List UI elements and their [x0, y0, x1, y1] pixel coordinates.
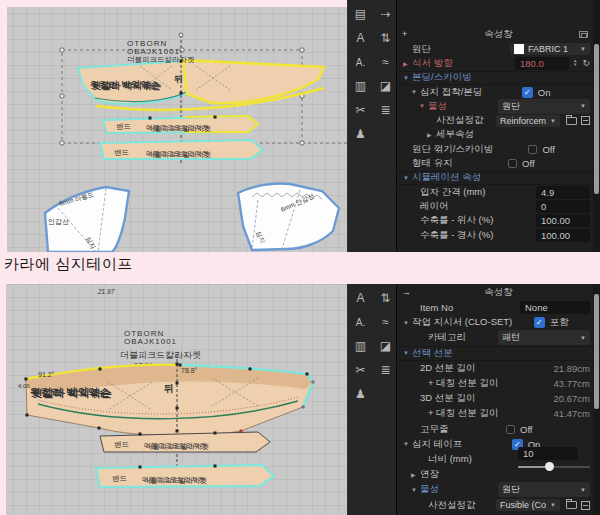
- stitch-spacing-icon[interactable]: ⇅: [373, 26, 398, 50]
- knife-icon[interactable]: ✂: [348, 98, 373, 122]
- skive-icon[interactable]: ◪: [373, 74, 398, 98]
- quilt-layers-icon[interactable]: ≣: [373, 358, 398, 382]
- checkbox-off[interactable]: [528, 145, 537, 154]
- skive-icon[interactable]: ◪: [373, 334, 398, 358]
- collar-label-overlap: 윗칼라 박외엮슨: [32, 387, 112, 399]
- garment-name-text: 더블피크드칼라자켓: [120, 350, 201, 360]
- panel-scrollbar[interactable]: [593, 284, 600, 515]
- caret-down-icon[interactable]: [403, 175, 412, 181]
- annotation-text-icon[interactable]: A.: [348, 50, 373, 74]
- dock-window-icon[interactable]: [579, 31, 588, 38]
- checkbox-label: Off: [542, 144, 555, 155]
- caret-right-icon[interactable]: [427, 131, 436, 138]
- row-label: 입자 간격 (mm): [420, 186, 485, 199]
- save-icon[interactable]: [581, 501, 590, 510]
- caret-down-icon[interactable]: [403, 320, 412, 326]
- caret-down-icon[interactable]: [419, 103, 428, 109]
- seam-allowance-icon[interactable]: ▥: [348, 334, 373, 358]
- checkbox-off[interactable]: [506, 425, 515, 434]
- row-category: 카테고리 패턴: [397, 330, 600, 345]
- annotation-strip: 카라에 심지테이프: [0, 252, 600, 284]
- layer-input[interactable]: 0: [536, 200, 590, 213]
- row-detail-properties: 세부속성: [397, 128, 600, 142]
- tape-width-slider[interactable]: [518, 462, 590, 472]
- particle-distance-input[interactable]: 4.9: [536, 186, 590, 199]
- row-label: Item No: [420, 302, 453, 313]
- row-label: 심지 접착/본딩: [420, 86, 482, 99]
- band-name-overlap: 더블피크드칼라자켓: [148, 151, 211, 159]
- row-label: 2D 선분 길이: [420, 362, 475, 375]
- row-shrink-warp: 수축률 - 경사 (%) 100.00: [397, 228, 600, 242]
- quilt-layers-icon[interactable]: ≣: [373, 98, 398, 122]
- sewing-direction-icon[interactable]: ⇢: [373, 2, 398, 26]
- checkbox-off[interactable]: [508, 159, 517, 168]
- shrink-weft-input[interactable]: 100.00: [536, 214, 590, 227]
- panel-scrollbar[interactable]: [593, 0, 600, 252]
- ruler-icon[interactable]: ▤: [348, 2, 373, 26]
- caret-down-icon[interactable]: [411, 487, 420, 493]
- row-label: 작업 지시서 (CLO-SET): [412, 316, 512, 329]
- canvas-margin: [0, 0, 7, 252]
- shirring-icon[interactable]: ≈: [373, 310, 398, 334]
- category-dropdown[interactable]: 패턴: [498, 330, 590, 345]
- grain-angle-input[interactable]: 180.0: [515, 57, 569, 70]
- tape-width-input[interactable]: 10: [518, 447, 578, 460]
- reset-icon[interactable]: [582, 58, 590, 68]
- float-length-text: 21.97: [97, 288, 115, 295]
- material-type-dropdown[interactable]: 원단: [498, 482, 590, 497]
- preset-dropdown[interactable]: Fusible (Commo: [496, 499, 560, 511]
- row-preset: 사전설정값 Fusible (Commo: [397, 497, 600, 512]
- shrink-warp-input[interactable]: 100.00: [536, 229, 590, 242]
- panel-title: 속성창: [484, 28, 513, 41]
- avatar-icon[interactable]: ♟: [348, 382, 373, 406]
- checkbox-on[interactable]: [522, 87, 533, 98]
- stitch-spacing-icon[interactable]: ⇅: [373, 286, 398, 310]
- fabric-dropdown[interactable]: FABRIC 1: [510, 43, 590, 55]
- row-label: 식서 방향: [412, 57, 453, 70]
- item-no-input[interactable]: None: [520, 301, 590, 314]
- open-folder-icon[interactable]: [566, 501, 577, 509]
- annotation-text-icon[interactable]: A.: [348, 310, 373, 334]
- row-label: 원단: [412, 43, 431, 56]
- shirring-icon[interactable]: ≈: [373, 50, 398, 74]
- text-tool-icon[interactable]: A: [348, 286, 373, 310]
- row-elastic: 고무줄 Off: [397, 422, 600, 437]
- pattern-canvas-top[interactable]: OTBORN OBAJK1001 더블피크드칼라자켓 윗칼라 박외엮슨 윗칼라 …: [0, 0, 347, 252]
- caret-down-icon[interactable]: [411, 89, 420, 95]
- knife-icon[interactable]: ✂: [348, 358, 373, 382]
- row-label: 사전설정값: [436, 114, 484, 127]
- section-label: 선택 선분: [412, 347, 453, 360]
- slider-knob[interactable]: [545, 462, 554, 471]
- stepper-icon[interactable]: [573, 59, 577, 67]
- avatar-icon[interactable]: ♟: [348, 122, 373, 146]
- material-type-dropdown[interactable]: 원단: [498, 99, 590, 114]
- dock-arrow-icon[interactable]: →: [402, 287, 411, 297]
- save-icon[interactable]: [581, 116, 590, 125]
- row-section-bonding: 본딩/스카이빙: [397, 71, 600, 85]
- text-tool-icon[interactable]: A: [348, 26, 373, 50]
- add-tab-icon[interactable]: +: [402, 29, 407, 39]
- checkbox-on[interactable]: [534, 317, 545, 328]
- back-label-text: 뒤: [164, 383, 174, 394]
- panel-header: + 속성창: [397, 26, 600, 42]
- row-label: 수축률 - 경사 (%): [420, 229, 493, 242]
- seam-allowance-icon[interactable]: ▥: [348, 74, 373, 98]
- preset-dropdown[interactable]: Reinforcement (: [496, 115, 560, 127]
- fabric-swatch: [514, 44, 524, 54]
- caret-down-icon[interactable]: [403, 350, 412, 356]
- open-folder-icon[interactable]: [566, 117, 577, 125]
- clo-pattern-app: OTBORN OBAJK1001 더블피크드칼라자켓 윗칼라 박외엮슨 윗칼라 …: [0, 0, 600, 515]
- pattern-canvas-bottom[interactable]: 21.97 OTBORN OBAJK1001 더블피크드칼라자켓 17.84: [0, 284, 347, 515]
- caret-down-icon[interactable]: [403, 75, 412, 81]
- row-2d-sym-length: + 대칭 선분 길이 43.77cm: [397, 376, 600, 391]
- caret-right-icon[interactable]: [411, 471, 420, 478]
- length-value: 43.77cm: [554, 378, 590, 389]
- collar-label-overlap: 윗칼라 박외엮슨: [92, 80, 162, 91]
- caret-down-icon[interactable]: [403, 441, 412, 447]
- caret-right-icon[interactable]: [403, 60, 412, 67]
- row-material: 물성 원단: [397, 99, 600, 113]
- garment-name-text: 더블피크드칼라자켓: [127, 55, 195, 64]
- canvas-margin: [0, 284, 6, 515]
- row-label: 3D 선분 길이: [420, 392, 475, 405]
- row-label: 물성: [420, 483, 439, 496]
